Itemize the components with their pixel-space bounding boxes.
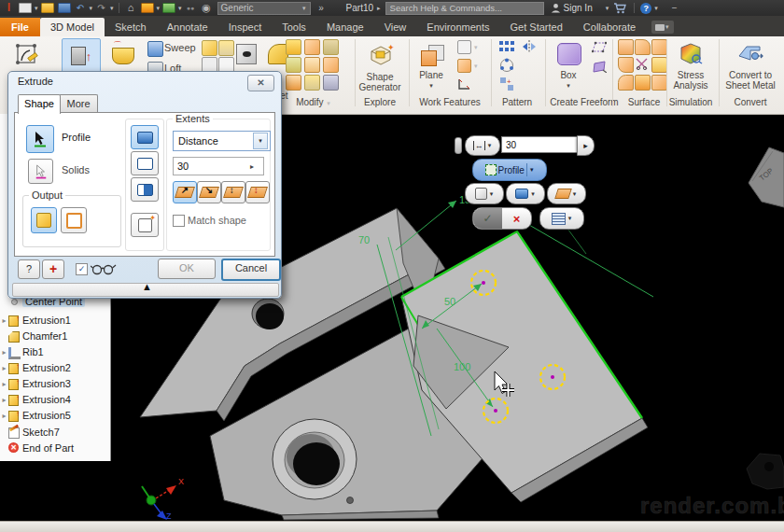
shape-generator-label[interactable]: Shape Generator (349, 72, 411, 92)
glasses-icon[interactable] (91, 263, 117, 275)
mirror-icon[interactable] (521, 40, 538, 53)
convert-to-sheet-metal-button[interactable] (734, 39, 767, 69)
undo-icon[interactable]: ↶ (75, 2, 87, 14)
combine-icon[interactable] (286, 57, 301, 73)
dialog-tab-shape[interactable]: Shape (18, 94, 61, 114)
hud-cancel-button[interactable]: × (502, 208, 531, 229)
direction-asymmetric-button[interactable]: ↕ (245, 181, 270, 203)
direction-symmetric-button[interactable]: ↕ (221, 181, 245, 203)
material-dropdown[interactable]: Generic ▾ (217, 2, 311, 15)
sweep-icon[interactable] (147, 41, 163, 57)
simulation-panel-label[interactable]: Simulation (665, 97, 717, 107)
expand-toolbar-icon[interactable]: » (315, 2, 328, 14)
dropdown-caret[interactable]: ▾ (474, 63, 478, 70)
dialog-help-button[interactable]: ? (18, 259, 40, 279)
extend-icon[interactable] (651, 39, 667, 55)
minimize-button[interactable]: − (672, 3, 678, 13)
tree-item-chamfer1[interactable]: Chamfer1 (0, 329, 110, 343)
tab-environments[interactable]: Environments (416, 18, 499, 36)
ucs-icon[interactable] (457, 77, 471, 91)
expander-icon[interactable]: ▸ (0, 316, 8, 325)
expander-icon[interactable]: ▸ (0, 348, 8, 357)
tree-item-sketch7[interactable]: Sketch7 (0, 425, 110, 440)
boundary-icon[interactable] (618, 57, 634, 73)
new-solid-button[interactable]: ✦ (131, 213, 159, 237)
document-caret[interactable]: ▸ (377, 5, 381, 12)
tree-item-extrusion5[interactable]: ▸ ↑ Extrusion5 (0, 408, 110, 423)
hud-grip[interactable] (455, 137, 462, 154)
dialog-add-parameter-button[interactable]: + (42, 259, 64, 279)
direction-1-button[interactable]: ↗ (173, 181, 197, 203)
direct-edit-icon[interactable] (286, 75, 301, 91)
open-folder-icon[interactable] (41, 2, 54, 14)
tab-3d-model[interactable]: 3D Model (40, 18, 105, 36)
dots-icon[interactable]: ●● (185, 2, 197, 14)
boolean-cut-button[interactable] (131, 151, 159, 175)
update-icon[interactable] (141, 2, 154, 14)
revolve-button[interactable]: ⌒ (105, 38, 142, 74)
tree-item-rib1[interactable]: ▸ Rib1 (0, 344, 110, 359)
preview-checkbox[interactable]: ✓ (76, 263, 88, 275)
freeform-face-icon[interactable] (592, 61, 607, 73)
move-face-icon[interactable] (323, 75, 339, 91)
plane-label[interactable]: Plane (413, 70, 450, 80)
help-icon[interactable]: ? (640, 3, 651, 14)
shell-icon[interactable] (286, 39, 301, 55)
dropdown-caret[interactable]: ▾ (35, 5, 38, 12)
hud-profile-button[interactable]: Profile ▾ (472, 159, 547, 181)
material-icon[interactable] (162, 2, 175, 14)
cancel-button[interactable]: Cancel (221, 259, 281, 281)
thicken-icon[interactable] (304, 57, 320, 73)
create-freeform-panel-label[interactable]: Create Freeform (541, 97, 627, 107)
shape-generator-button[interactable]: ✦ (364, 39, 398, 71)
tab-collaborate[interactable]: Collaborate (573, 18, 646, 36)
hud-distance-input[interactable] (501, 136, 581, 153)
home-icon[interactable]: ⌂ (125, 2, 137, 14)
hud-apply-direction-button[interactable]: ▸ (577, 135, 595, 156)
convert-to-sheet-metal-label[interactable]: Convert to Sheet Metal (721, 70, 780, 91)
output-solid-button[interactable] (31, 207, 57, 233)
rectangular-pattern-icon[interactable] (498, 40, 515, 53)
model-small-hole[interactable] (347, 497, 354, 504)
dropdown-caret[interactable]: ▾ (474, 44, 478, 51)
offset-surface-icon[interactable] (635, 75, 651, 91)
point-icon[interactable] (457, 59, 471, 73)
hud-direction-button[interactable]: ▾ (547, 183, 586, 204)
stress-analysis-button[interactable] (674, 39, 707, 69)
expander-icon[interactable]: ▸ (0, 380, 8, 388)
tab-get-started[interactable]: Get Started (500, 18, 573, 36)
freeform-plane-icon[interactable] (592, 41, 607, 53)
axis-icon[interactable] (457, 40, 471, 54)
box-label[interactable]: Box (553, 70, 584, 80)
stitch-icon[interactable] (618, 39, 634, 55)
dropdown-caret[interactable]: ▾ (654, 5, 658, 12)
boolean-intersect-button[interactable] (131, 177, 159, 202)
trim-icon[interactable] (635, 57, 649, 71)
work-features-panel-label[interactable]: Work Features (414, 97, 485, 107)
cart-icon[interactable] (613, 3, 626, 14)
dialog-tab-more[interactable]: More (59, 94, 98, 113)
box-caret[interactable]: ▾ (553, 80, 584, 91)
tab-view[interactable]: View (374, 18, 417, 36)
replace-face-icon[interactable] (651, 75, 667, 91)
ribbon-display-icon[interactable]: ▾ (651, 21, 674, 34)
tab-sketch[interactable]: Sketch (105, 18, 157, 36)
thread-icon[interactable] (323, 39, 339, 55)
redo-icon[interactable]: ↷ (95, 2, 107, 14)
stress-analysis-label[interactable]: Stress Analysis (666, 70, 715, 91)
tree-item-extrusion3[interactable]: ▸ ↑ Extrusion3 (0, 376, 110, 391)
tree-item-extrusion2[interactable]: ▸ ↑ Extrusion2 (0, 360, 110, 375)
start-2d-sketch-button[interactable] (11, 39, 45, 73)
dropdown-caret[interactable]: ▾ (178, 5, 182, 12)
split-icon[interactable] (323, 57, 339, 73)
dropdown-caret[interactable]: ▾ (110, 5, 114, 12)
dropdown-caret[interactable]: ▾ (157, 5, 161, 12)
expander-icon[interactable]: ▸ (0, 412, 8, 420)
delete-face-icon[interactable] (304, 75, 320, 91)
tab-annotate[interactable]: Annotate (157, 18, 218, 36)
patch-icon[interactable] (635, 39, 651, 55)
plane-button[interactable] (416, 40, 448, 70)
spinner-button[interactable]: ▸ (250, 162, 254, 171)
ok-button[interactable]: OK (158, 259, 216, 279)
view-cube[interactable]: TOP (749, 147, 784, 207)
